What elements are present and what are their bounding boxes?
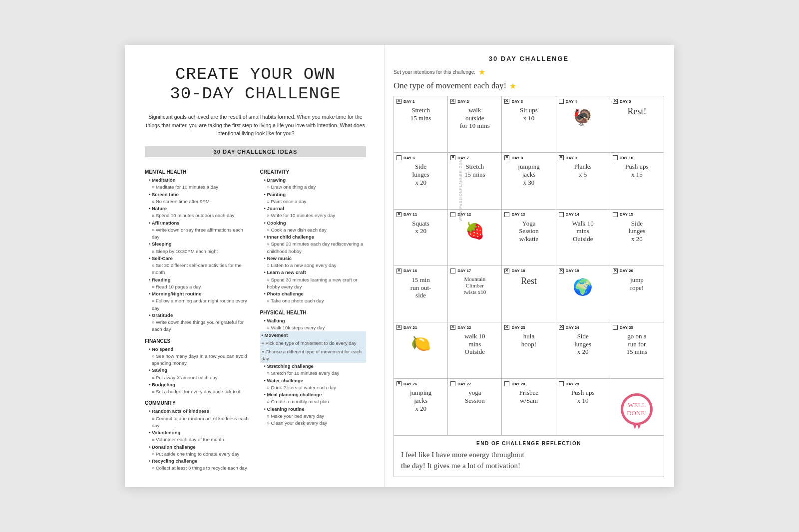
reflection-text: I feel like I have more energy throughou… xyxy=(401,449,657,472)
day-22-content: walk 10minsOutside xyxy=(450,332,499,356)
ideas-columns: MENTAL HEALTH Meditation Meditate for 10… xyxy=(145,164,366,472)
star-icon: ★ xyxy=(478,67,485,77)
list-item: Sleep by 10:30PM each night xyxy=(145,248,251,255)
day-12-check xyxy=(450,212,455,217)
day-29-content: Push upsx 10 xyxy=(559,389,607,404)
day-21: DAY 21 🍋 xyxy=(394,322,448,379)
day-2-label: DAY 2 xyxy=(450,99,469,104)
day-6-content: Sidelungesx 20 xyxy=(397,163,445,186)
list-item: Recycling challenge xyxy=(145,458,251,465)
day-11-content: Squatsx 20 xyxy=(397,220,445,235)
day-7-content: Stretch15 mins xyxy=(450,163,499,178)
day-7-check xyxy=(450,155,455,160)
day-19-emoji: 🌍 xyxy=(559,277,607,296)
day-2: DAY 2 walkoutsidefor 10 mins xyxy=(448,96,502,153)
day-23-check xyxy=(504,325,509,330)
list-item: Read 10 pages a day xyxy=(145,283,251,290)
day-4-emoji: 🦃 xyxy=(559,108,607,127)
list-item: Photo challenge xyxy=(260,290,367,297)
day-14-label: DAY 14 xyxy=(559,212,579,217)
day-13-content: YogaSessionw/katie xyxy=(504,220,553,243)
day-17: DAY 17 MountainClimbertwists x10 xyxy=(448,266,502,322)
challenge-title: 30 DAY CHALLENGE xyxy=(394,55,664,62)
intentions-text: One type of movement each day! xyxy=(394,81,506,91)
list-item: Spend 10 minutes outdoors each day xyxy=(145,212,251,219)
day-8-content: jumpingjacksx 30 xyxy=(504,163,553,186)
mental-health-list: Meditation Meditate for 10 minutes a day… xyxy=(145,177,251,333)
list-item: Set 30 different self-care activities fo… xyxy=(145,262,251,276)
day-20-label: DAY 20 xyxy=(613,268,633,273)
day-27-check xyxy=(450,381,455,386)
list-item: Cleaning routine xyxy=(260,406,367,413)
day-13-label: DAY 13 xyxy=(504,212,525,217)
watermark: WWW.PASSIONPLANNER.COM xyxy=(459,159,462,221)
day-14-check xyxy=(559,212,564,217)
day-26: DAY 26 jumpingjacksx 20 xyxy=(394,379,448,435)
list-item: Collect at least 3 things to recycle eac… xyxy=(145,465,251,472)
day-12: DAY 12 🍓 xyxy=(448,210,502,266)
physical-health-title: PHYSICAL HEALTH xyxy=(260,310,367,315)
day-1-check xyxy=(397,99,401,104)
list-item: Nature xyxy=(145,205,251,212)
list-item: Put away X amount each day xyxy=(145,374,251,381)
day-3-content: Sit upsx 10 xyxy=(504,106,553,122)
day-3: DAY 3 Sit upsx 10 xyxy=(502,96,556,153)
list-item: Stretching challenge xyxy=(260,363,367,370)
list-item: Affirmations xyxy=(145,220,251,227)
day-10-check xyxy=(613,155,618,160)
day-29-check xyxy=(559,381,564,386)
day-17-label: DAY 17 xyxy=(450,268,471,273)
day-1-label: DAY 1 xyxy=(397,99,415,104)
list-item: Water challenge xyxy=(260,377,367,384)
day-27: DAY 27 yogaSession xyxy=(448,379,502,435)
list-item: New music xyxy=(260,255,367,262)
day-15-check xyxy=(613,212,618,217)
list-item: Make your bed every day xyxy=(260,413,367,420)
list-item: Saving xyxy=(145,367,251,374)
list-item: Meal planning challenge xyxy=(260,391,367,398)
day-16-content: 15 minrun out-side xyxy=(397,276,445,299)
list-item: Walking xyxy=(260,317,367,324)
finances-list: No spend See how many days in a row you … xyxy=(145,346,251,396)
physical-health-list: Walking Walk 10k steps every day Movemen… xyxy=(260,317,367,427)
day-21-emoji: 🍋 xyxy=(397,334,445,353)
day-25-content: go on arun for15 mins xyxy=(613,332,661,356)
list-item: Spend 30 minutes learning a new craft or… xyxy=(260,276,367,291)
list-item: Meditation xyxy=(145,177,251,184)
list-item: Budgeting xyxy=(145,381,251,388)
day-26-content: jumpingjacksx 20 xyxy=(397,389,445,412)
reflection-title: END OF CHALLENGE REFLECTION xyxy=(401,441,657,446)
page-container: CREATE YOUR OWN30-DAY CHALLENGE Signific… xyxy=(125,45,674,487)
list-item: Painting xyxy=(260,191,367,198)
list-item: Movement xyxy=(260,331,367,339)
day-28-label: DAY 28 xyxy=(504,381,525,386)
list-item: Put aside one thing to donate every day xyxy=(145,451,251,458)
day-6-label: DAY 6 xyxy=(397,155,415,160)
day-21-check xyxy=(397,325,401,330)
creativity-title: CREATIVITY xyxy=(260,169,367,175)
day-15: DAY 15 Sidelungesx 20 xyxy=(610,210,664,266)
day-16-check xyxy=(397,268,401,273)
day-23-label: DAY 23 xyxy=(504,325,525,330)
day-25: DAY 25 go on arun for15 mins xyxy=(610,322,664,379)
day-23: DAY 23 hulahoop! xyxy=(502,322,556,379)
day-29-label: DAY 29 xyxy=(559,381,579,386)
day-22-check xyxy=(450,325,455,330)
list-item: Cooking xyxy=(260,220,367,227)
list-item: Follow a morning and/or night routine ev… xyxy=(145,297,251,312)
day-3-label: DAY 3 xyxy=(504,99,523,104)
finances-title: FINANCES xyxy=(145,338,251,344)
mental-health-title: MENTAL HEALTH xyxy=(145,169,251,175)
day-16: DAY 16 15 minrun out-side xyxy=(394,266,448,322)
day-18: DAY 18 Rest xyxy=(502,266,556,322)
list-item: Gratitude xyxy=(145,312,251,319)
list-item: Listen to a new song every day xyxy=(260,262,367,269)
list-item: Self-Care xyxy=(145,255,251,262)
day-20: DAY 20 jumprope! xyxy=(610,266,664,322)
day-28-content: Frisbeew/Sam xyxy=(504,389,553,404)
day-4-check xyxy=(559,99,564,104)
day-9-content: Planksx 5 xyxy=(559,163,607,178)
list-item: Write for 10 minutes every day xyxy=(260,212,367,219)
list-item: Paint once a day xyxy=(260,198,367,205)
day-14-content: Walk 10minsOutside xyxy=(559,220,607,243)
